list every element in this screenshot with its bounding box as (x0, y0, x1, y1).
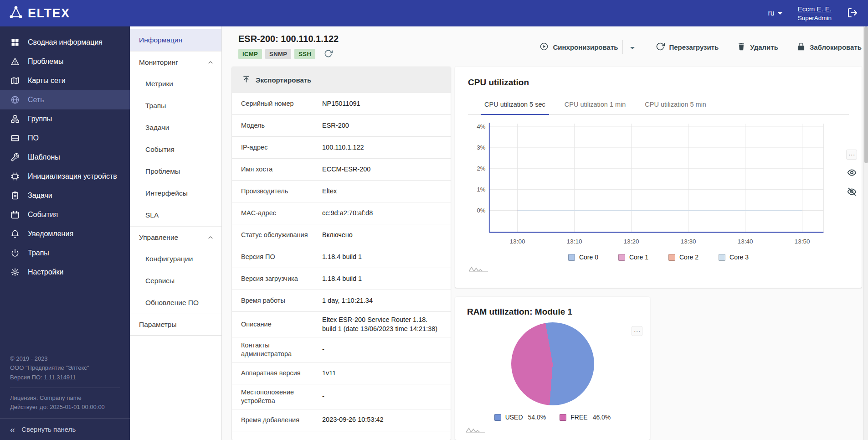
sidebar-item[interactable]: ПО (0, 129, 130, 148)
synchronize-button[interactable]: Синхронизировать (539, 42, 618, 52)
cpu-chart-menu-button[interactable]: ⋯ (846, 150, 857, 160)
logout-button[interactable] (847, 7, 858, 20)
subnav-item[interactable]: Конфигурации (130, 248, 221, 270)
user-menu[interactable]: Eccm E. E. SuperAdmin (798, 5, 832, 21)
export-button[interactable]: Экспортировать (242, 75, 311, 85)
scrollbar-thumb[interactable] (864, 26, 868, 163)
eye-off-icon (847, 187, 857, 198)
subnav-item[interactable]: Задачи (130, 117, 221, 139)
zoom-preview-icon[interactable] (468, 264, 489, 274)
cpu-chart-tools: ⋯ (846, 150, 857, 198)
subnav-item-label: Проблемы (145, 167, 180, 176)
collapse-panel-button[interactable]: « Свернуть панель (0, 418, 130, 440)
legend-item[interactable]: Core 1 (618, 254, 648, 261)
delete-button[interactable]: Удалить (737, 42, 778, 52)
subnav-item[interactable]: Трапы (130, 95, 221, 117)
sidebar-footer: © 2019 - 2023 ООО "Предприятие "Элтекс" … (0, 354, 130, 418)
svg-text:13:00: 13:00 (510, 238, 525, 245)
wrench-icon (10, 152, 20, 162)
sidebar-items: Сводная информация Проблемы Карты сети С… (0, 26, 130, 282)
cpu-chart-area: 4%3%2%1%0%13:0013:1013:2013:3013:4013:50 (468, 120, 826, 252)
zoom-preview-icon[interactable] (465, 425, 486, 435)
clipboard-icon (10, 191, 20, 201)
svg-text:3%: 3% (477, 144, 485, 151)
subnav-item[interactable]: Параметры (130, 314, 221, 336)
refresh-status-button[interactable] (324, 49, 333, 59)
cpu-tabs: CPU utilization 5 sec CPU utilization 1 … (468, 96, 849, 115)
subnav-item[interactable]: SLA (130, 204, 221, 226)
legend-label: Core 2 (679, 254, 699, 261)
page-scrollbar[interactable] (863, 26, 868, 440)
legend-item[interactable]: Core 3 (719, 254, 749, 261)
svg-text:13:50: 13:50 (795, 238, 810, 245)
subnav-item-label: Управление (139, 233, 178, 242)
subnav-item-label: Информация (139, 36, 182, 44)
sidebar-item-label: Трапы (28, 249, 49, 257)
user-name-link[interactable]: Eccm E. E. (798, 5, 832, 13)
sidebar-item[interactable]: Проблемы (0, 52, 130, 71)
upload-icon (242, 75, 251, 85)
synchronize-dropdown-button[interactable] (627, 42, 637, 52)
subnav-item[interactable]: Проблемы (130, 160, 221, 182)
status-badge: ICMP (238, 49, 262, 59)
table-row: Версия загрузчика 1.18.4 build 1 (232, 268, 451, 290)
hide-all-series-button[interactable] (847, 187, 857, 198)
info-value: ECCM-ESR-200 (318, 165, 370, 174)
subnav-item[interactable]: Мониторинг (130, 51, 221, 73)
sidebar-item-label: События (28, 211, 58, 219)
sidebar-item[interactable]: Инициализация устройств (0, 167, 130, 186)
show-all-series-button[interactable] (847, 168, 857, 179)
cpu-chart-tab[interactable]: CPU utilization 5 min (641, 96, 710, 114)
info-label: Местоположение устройства (241, 388, 318, 405)
subnav-item-label: Мониторинг (139, 58, 178, 67)
legend-item[interactable]: Core 2 (668, 254, 699, 261)
refresh-icon (324, 49, 333, 59)
subnav-item[interactable]: Управление (130, 226, 221, 248)
device-info-table: Серийный номер NP15011091 Модель ESR-200… (232, 93, 451, 431)
globe-icon (10, 95, 20, 105)
svg-text:0%: 0% (477, 207, 485, 214)
sidebar-item[interactable]: Группы (0, 109, 130, 129)
sidebar-item[interactable]: Настройки (0, 263, 130, 282)
subnav-item[interactable]: Сервисы (130, 270, 221, 292)
table-row: Серийный номер NP15011091 (232, 93, 451, 115)
subnav-item-label: Обновление ПО (145, 299, 199, 307)
sidebar-item[interactable]: Карты сети (0, 71, 130, 90)
export-row: Экспортировать (232, 67, 451, 93)
sidebar-item[interactable]: Задачи (0, 186, 130, 205)
sidebar-item[interactable]: Шаблоны (0, 148, 130, 167)
chip-icon (10, 171, 20, 181)
sidebar-item[interactable]: Сеть (0, 90, 130, 109)
legend-item[interactable]: USED 54.0% (494, 414, 546, 421)
subnav-item[interactable]: Метрики (130, 73, 221, 95)
sidebar-item[interactable]: Уведомления (0, 224, 130, 243)
legend-swatch (719, 254, 725, 261)
subnav-item[interactable]: Информация (130, 29, 221, 51)
sidebar-item[interactable]: Трапы (0, 243, 130, 263)
ram-legend: USED 54.0% FREE 46.0% (467, 414, 638, 421)
table-row: Описание Eltex ESR-200 Service Router 1.… (232, 312, 451, 337)
cpu-chart-tab[interactable]: CPU utilization 5 sec (481, 96, 549, 115)
info-value: 1v11 (318, 369, 336, 378)
eltex-logo[interactable]: ELTEX (8, 5, 70, 22)
language-label: ru (768, 9, 774, 17)
block-button[interactable]: Заблокировать (796, 42, 862, 52)
subnav-item[interactable]: Обновление ПО (130, 292, 221, 314)
synchronize-label: Синхронизировать (553, 43, 618, 51)
subnav-item[interactable]: События (130, 139, 221, 160)
reboot-button[interactable]: Перезагрузить (656, 42, 719, 52)
ram-chart-menu-button[interactable]: ⋯ (632, 326, 642, 336)
info-label: Модель (241, 121, 318, 130)
sidebar-item-label: Проблемы (28, 57, 63, 66)
language-selector[interactable]: ru (768, 9, 782, 17)
table-row: Модель ESR-200 (232, 115, 451, 137)
legend-item[interactable]: FREE 46.0% (560, 414, 611, 421)
sidebar-item[interactable]: Сводная информация (0, 33, 130, 52)
subnav-item-label: Сервисы (145, 277, 175, 285)
subnav-item[interactable]: Интерфейсы (130, 182, 221, 204)
cpu-chart-tab[interactable]: CPU utilization 1 min (561, 96, 630, 114)
sidebar-item[interactable]: События (0, 205, 130, 224)
eye-icon (847, 168, 857, 179)
license-valid-text: Действует до: 2025-01-01 00:00:00 (10, 403, 120, 412)
legend-item[interactable]: Core 0 (568, 254, 598, 261)
